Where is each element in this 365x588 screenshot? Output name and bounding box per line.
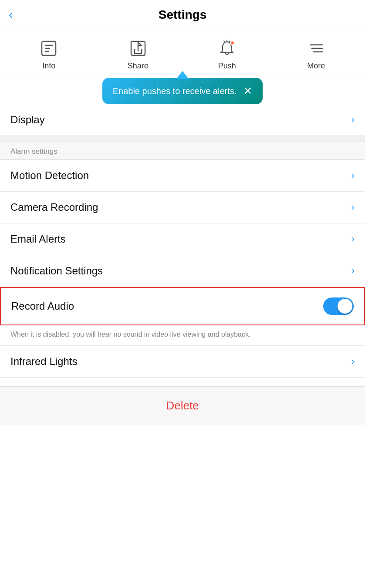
info-icon — [39, 39, 58, 58]
tooltip-text: Enable pushes to receive alerts. — [113, 86, 237, 96]
tooltip-container: Enable pushes to receive alerts. ✕ — [0, 78, 365, 104]
display-row[interactable]: Display › — [0, 104, 365, 136]
alarm-section-header: Alarm settings — [0, 142, 365, 160]
record-audio-label: Record Audio — [11, 300, 74, 312]
delete-section: Delete — [0, 386, 365, 425]
email-alerts-chevron: › — [351, 233, 355, 245]
motion-detection-chevron: › — [351, 170, 355, 181]
nav-label-info: Info — [42, 61, 55, 71]
back-button[interactable]: ‹ — [9, 9, 13, 21]
icon-nav: Info Share — [0, 28, 365, 75]
email-alerts-row[interactable]: Email Alerts › — [0, 223, 365, 255]
motion-detection-row[interactable]: Motion Detection › — [0, 160, 365, 192]
nav-label-share: Share — [128, 61, 149, 71]
record-audio-wrapper: Record Audio — [0, 287, 365, 325]
display-chevron: › — [351, 114, 355, 125]
infrared-lights-row[interactable]: Infrared Lights › — [0, 346, 365, 378]
infrared-lights-label: Infrared Lights — [10, 355, 77, 368]
toggle-knob — [338, 299, 352, 314]
nav-item-share[interactable]: Share — [94, 39, 183, 71]
notification-settings-label: Notification Settings — [10, 265, 103, 277]
motion-detection-label: Motion Detection — [10, 169, 89, 182]
camera-recording-row[interactable]: Camera Recording › — [0, 192, 365, 223]
infrared-lights-chevron: › — [351, 356, 355, 367]
notification-settings-chevron: › — [351, 265, 355, 277]
email-alerts-label: Email Alerts — [10, 233, 66, 245]
nav-label-more: More — [307, 61, 325, 71]
header: ‹ Settings — [0, 0, 365, 28]
display-label: Display — [10, 114, 45, 126]
nav-label-push: Push — [218, 61, 236, 71]
share-icon — [128, 39, 148, 58]
record-audio-toggle[interactable] — [323, 297, 354, 315]
section-divider — [0, 136, 365, 142]
delete-button[interactable]: Delete — [166, 399, 199, 412]
record-audio-description: When it is disabled, you will hear no so… — [0, 325, 365, 346]
push-tooltip: Enable pushes to receive alerts. ✕ — [102, 78, 263, 104]
page-title: Settings — [159, 8, 206, 22]
tooltip-close-button[interactable]: ✕ — [243, 85, 252, 97]
svg-line-8 — [224, 41, 225, 42]
notification-settings-row[interactable]: Notification Settings › — [0, 255, 365, 287]
camera-recording-chevron: › — [351, 202, 355, 213]
nav-item-push[interactable]: Push — [182, 39, 272, 71]
record-audio-row: Record Audio — [1, 288, 364, 324]
push-icon — [217, 39, 237, 58]
camera-recording-label: Camera Recording — [10, 201, 98, 213]
nav-item-more[interactable]: More — [272, 39, 361, 71]
more-icon — [307, 39, 326, 58]
nav-item-info[interactable]: Info — [4, 39, 94, 71]
